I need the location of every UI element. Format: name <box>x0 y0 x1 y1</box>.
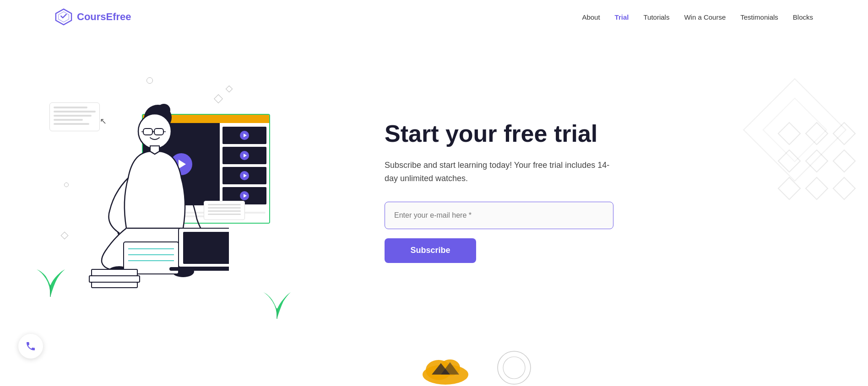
svg-rect-20 <box>169 267 229 271</box>
header: CoursEfree About Trial Tutorials Win a C… <box>0 0 868 34</box>
svg-rect-21 <box>92 269 137 276</box>
svg-point-32 <box>503 357 525 379</box>
plant-right <box>261 288 293 320</box>
svg-marker-29 <box>432 363 450 375</box>
logo-text: CoursEfree <box>77 11 131 23</box>
main-nav: About Trial Tutorials Win a Course Testi… <box>582 13 813 21</box>
svg-point-28 <box>440 359 460 376</box>
nav-trial[interactable]: Trial <box>615 13 629 21</box>
main-content: ↖ <box>0 34 868 354</box>
play-button-small-2 <box>240 151 249 160</box>
bg-large-diamond-2 <box>762 97 827 162</box>
hero-subtitle: Subscribe and start learning today! Your… <box>385 159 613 185</box>
play-button-small-3 <box>240 171 249 180</box>
logo-icon <box>55 8 72 26</box>
nav-tutorials[interactable]: Tutorials <box>643 13 669 21</box>
deco-circle-2 <box>64 182 69 187</box>
svg-marker-30 <box>441 362 459 375</box>
pattern-diamond-9 <box>833 177 856 200</box>
logo-text-main: Cours <box>77 11 106 22</box>
svg-rect-19 <box>183 232 229 264</box>
video-thumb-1 <box>222 127 266 144</box>
svg-point-27 <box>426 360 451 380</box>
deco-circle-1 <box>146 77 153 84</box>
bg-large-diamond-inner <box>772 107 818 153</box>
phone-icon <box>25 341 36 352</box>
video-thumb-2 <box>222 147 266 164</box>
play-button-small-1 <box>240 131 249 140</box>
video-thumb-3 <box>222 167 266 184</box>
cloud-icon <box>418 349 473 386</box>
nav-testimonials[interactable]: Testimonials <box>740 13 778 21</box>
text-content: Start your free trial Subscribe and star… <box>348 120 623 263</box>
hero-title: Start your free trial <box>385 120 623 148</box>
person-illustration <box>73 86 229 306</box>
play-button-small-4 <box>240 191 249 200</box>
svg-rect-23 <box>92 282 137 288</box>
pattern-diamond-6 <box>833 150 856 173</box>
logo-text-accent: Efree <box>106 11 131 22</box>
pattern-diamond-8 <box>805 177 829 200</box>
email-input-wrapper <box>385 202 623 229</box>
subscribe-button[interactable]: Subscribe <box>385 238 476 263</box>
nav-blocks[interactable]: Blocks <box>793 13 813 21</box>
phone-fab-button[interactable] <box>18 334 43 359</box>
svg-point-31 <box>498 351 531 384</box>
logo[interactable]: CoursEfree <box>55 8 131 26</box>
nav-about[interactable]: About <box>582 13 600 21</box>
bottom-decorations <box>418 349 537 386</box>
deco-diamond-3 <box>61 232 69 240</box>
email-input[interactable] <box>385 202 613 229</box>
pattern-diamond-7 <box>778 177 801 200</box>
svg-rect-22 <box>89 276 140 282</box>
circle-decoration <box>491 349 537 386</box>
illustration-area: ↖ <box>37 59 348 324</box>
plant-left <box>32 263 69 299</box>
svg-point-26 <box>423 365 468 385</box>
nav-win-a-course[interactable]: Win a Course <box>684 13 726 21</box>
